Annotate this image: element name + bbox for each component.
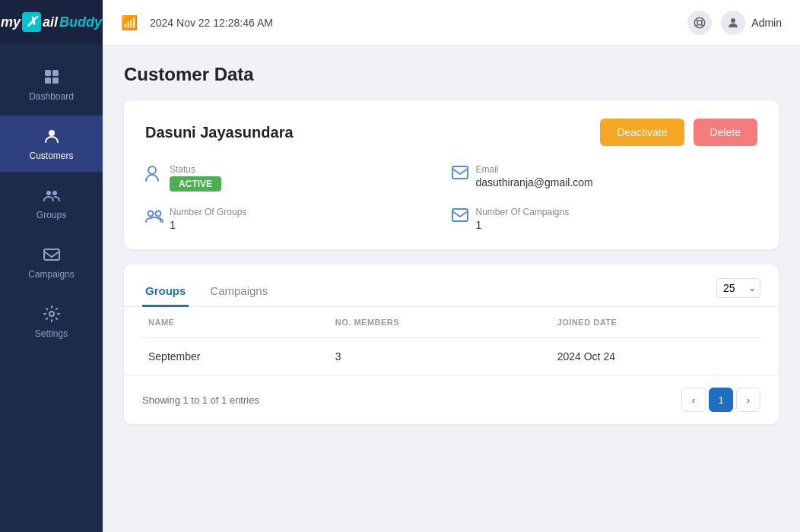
sidebar-item-customers[interactable]: Customers: [0, 116, 103, 172]
svg-rect-1: [52, 70, 59, 76]
cell-name: September: [142, 338, 329, 375]
svg-point-6: [52, 191, 57, 195]
status-label: Status: [170, 164, 221, 175]
settings-icon: [42, 304, 62, 324]
customer-campaigns-item: Number Of Campaigns 1: [452, 207, 758, 231]
logo-my-text: my: [1, 14, 21, 30]
logo-buddy-text: Buddy: [59, 14, 102, 30]
sidebar: my✗ailBuddy Dashboard: [0, 0, 103, 532]
sidebar-nav: Dashboard Customers Groups: [0, 44, 103, 350]
email-label: Email: [476, 164, 593, 175]
customer-info-grid: Status ACTIVE: [145, 164, 757, 231]
sidebar-item-campaigns[interactable]: Campaigns: [0, 234, 103, 290]
table-body: September 3 2024 Oct 24: [142, 338, 760, 375]
pagination-info: Showing 1 to 1 of 1 entries: [142, 394, 259, 406]
tab-groups[interactable]: Groups: [142, 277, 189, 307]
admin-menu[interactable]: Admin: [721, 11, 782, 35]
dashboard-icon: [42, 67, 62, 87]
tabs-header: Groups Campaigns 25 50 100 ⌄: [124, 264, 779, 307]
topbar: 📶 2024 Nov 22 12:28:46 AM Admin: [103, 0, 800, 46]
page-1-button[interactable]: 1: [709, 388, 733, 412]
campaigns-count-icon: [452, 208, 468, 225]
deactivate-button[interactable]: Deactivate: [600, 119, 684, 146]
pagination-controls: ‹ 1 ›: [681, 388, 760, 412]
pagination-bar: Showing 1 to 1 of 1 entries ‹ 1 ›: [124, 375, 779, 424]
main-content: 📶 2024 Nov 22 12:28:46 AM Admin: [103, 0, 800, 532]
sidebar-logo: my✗ailBuddy: [0, 0, 103, 44]
groups-table-container: NAME NO. MEMBERS JOINED DATE September 3…: [124, 307, 779, 375]
sidebar-item-groups[interactable]: Groups: [0, 175, 103, 231]
email-value: dasuthiranja@gmail.com: [476, 176, 593, 188]
svg-rect-0: [45, 70, 51, 76]
prev-page-button[interactable]: ‹: [681, 388, 706, 412]
svg-point-4: [49, 130, 55, 136]
delete-button[interactable]: Delete: [694, 119, 757, 146]
sidebar-item-customers-label: Customers: [29, 150, 73, 161]
svg-point-16: [148, 166, 156, 174]
svg-rect-3: [52, 78, 59, 84]
svg-point-8: [49, 312, 54, 316]
per-page-select[interactable]: 25 50 100: [716, 278, 760, 298]
svg-point-10: [697, 21, 702, 25]
sidebar-item-dashboard-label: Dashboard: [29, 91, 74, 102]
per-page-control: 25 50 100 ⌄: [716, 278, 760, 306]
status-person-icon: [145, 166, 162, 185]
svg-line-11: [697, 19, 698, 21]
wifi-icon: 📶: [121, 14, 138, 31]
sidebar-item-dashboard[interactable]: Dashboard: [0, 56, 103, 112]
sidebar-item-campaigns-label: Campaigns: [28, 269, 75, 280]
logo-x: ✗: [22, 12, 41, 32]
email-icon: [452, 166, 468, 182]
campaigns-value: 1: [476, 219, 570, 231]
sidebar-item-groups-label: Groups: [37, 210, 66, 220]
customer-status-item: Status ACTIVE: [145, 164, 452, 192]
customer-card-header: Dasuni Jayasundara Deactivate Delete: [145, 119, 757, 146]
logo-mail-text: ail: [43, 14, 58, 30]
groups-table: NAME NO. MEMBERS JOINED DATE September 3…: [142, 307, 760, 375]
table-row: September 3 2024 Oct 24: [142, 338, 760, 375]
customer-actions: Deactivate Delete: [600, 119, 757, 146]
campaigns-label: Number Of Campaigns: [476, 207, 570, 217]
campaigns-icon: [42, 245, 62, 264]
svg-rect-7: [44, 249, 59, 260]
groups-value: 1: [170, 219, 246, 231]
customer-groups-item: Number Of Groups 1: [145, 207, 452, 231]
page-title: Customer Data: [124, 64, 779, 85]
groups-icon: [42, 185, 62, 205]
cell-members: 3: [329, 338, 551, 375]
support-button[interactable]: [687, 11, 712, 35]
cell-joined: 2024 Oct 24: [551, 338, 760, 375]
next-page-button[interactable]: ›: [736, 388, 760, 412]
table-header-row: NAME NO. MEMBERS JOINED DATE: [142, 307, 760, 338]
sidebar-item-settings-label: Settings: [35, 328, 68, 339]
tab-campaigns[interactable]: Campaigns: [207, 277, 271, 307]
sidebar-item-settings[interactable]: Settings: [0, 293, 103, 350]
svg-point-19: [156, 211, 161, 217]
customer-card: Dasuni Jayasundara Deactivate Delete: [124, 100, 779, 249]
customer-name: Dasuni Jayasundara: [145, 124, 294, 141]
admin-avatar: [721, 11, 745, 35]
svg-line-13: [697, 24, 698, 26]
col-name: NAME: [142, 307, 329, 338]
svg-rect-2: [45, 78, 51, 84]
customer-email-item: Email dasuthiranja@gmail.com: [452, 164, 758, 192]
status-badge: ACTIVE: [170, 176, 221, 192]
svg-point-18: [148, 211, 154, 217]
groups-count-icon: [145, 208, 162, 226]
groups-label: Number Of Groups: [170, 207, 246, 217]
customers-icon: [42, 126, 62, 146]
table-head: NAME NO. MEMBERS JOINED DATE: [142, 307, 760, 338]
admin-label: Admin: [751, 17, 782, 29]
col-joined: JOINED DATE: [551, 307, 760, 338]
page-content: Customer Data Dasuni Jayasundara Deactiv…: [103, 46, 800, 532]
svg-line-14: [702, 24, 703, 26]
col-members: NO. MEMBERS: [329, 307, 551, 338]
tabs-section: Groups Campaigns 25 50 100 ⌄: [124, 264, 779, 424]
svg-point-15: [731, 18, 735, 23]
topbar-datetime: 2024 Nov 22 12:28:46 AM: [150, 17, 678, 29]
svg-point-5: [46, 191, 51, 195]
svg-line-12: [702, 19, 703, 21]
svg-rect-17: [452, 166, 468, 179]
svg-rect-20: [452, 209, 468, 221]
